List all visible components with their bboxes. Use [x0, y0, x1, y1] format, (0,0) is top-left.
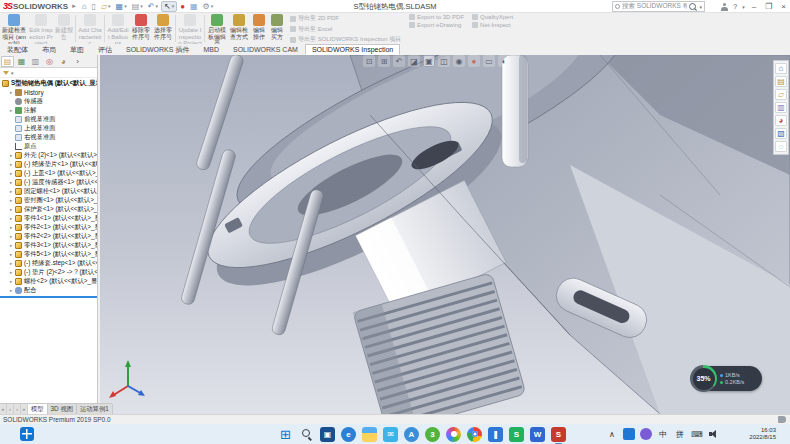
view-settings-icon[interactable]: ◐ — [498, 55, 510, 67]
wps-icon[interactable]: W — [530, 427, 545, 442]
toolbar-flyout-arrow[interactable]: ▸ — [72, 2, 76, 10]
system-app-icon[interactable]: ▣ — [320, 427, 335, 442]
restore-button[interactable]: ❐ — [763, 2, 774, 11]
tree-item-component[interactable]: ▸ 零件2<2> (默认<<默认>_显示状 — [0, 232, 97, 241]
select-balloons-button[interactable]: 选择零件序号 — [152, 13, 174, 44]
tab-evaluate[interactable]: 评估 — [91, 44, 119, 55]
edit-operations-button[interactable]: 编辑操作 — [250, 13, 268, 44]
speed-monitor-widget[interactable]: 35% 1KB/s 0.2KB/s — [692, 366, 762, 391]
view-palette-icon[interactable]: ▥ — [775, 102, 787, 113]
tree-item-component[interactable]: ▸ 零件5<1> (默认<<默认>_显示状态 — [0, 250, 97, 259]
mail-icon[interactable]: ✉ — [383, 427, 398, 442]
close-button[interactable]: × — [779, 2, 788, 11]
tab-sketch[interactable]: 草图 — [63, 44, 91, 55]
add-edit-balloons-button[interactable]: Add/Edit Balloons — [106, 13, 130, 44]
options-gear-icon[interactable]: ⚙ — [201, 1, 216, 12]
model-tab[interactable]: 模型 — [28, 404, 48, 414]
onedrive-icon[interactable] — [623, 428, 635, 440]
apply-scene-icon[interactable]: ▭ — [483, 55, 495, 67]
previous-view-icon[interactable]: ↶ — [393, 55, 405, 67]
export-to-3d-pdf-item[interactable]: Export to 3D PDF — [409, 14, 464, 20]
browser-speed-icon[interactable] — [446, 427, 461, 442]
tree-item-component[interactable]: ▸ (-) 垫片 (2)<2> -> ? (默认<<默认> — [0, 268, 97, 277]
tree-item-component[interactable]: ▸ (-) 绝缘套.step<1> (默认<<默认> — [0, 259, 97, 268]
tree-item-component[interactable]: ▸ 零件3<1> (默认<<默认>_显示状态 — [0, 241, 97, 250]
tree-item-component[interactable]: ▸ (-) 绝缘垫片<1> (默认<<默认>_显 — [0, 160, 97, 169]
touch-keyboard-icon[interactable]: ⌨ — [691, 428, 703, 440]
home-icon[interactable]: ⌂ — [80, 1, 89, 12]
hide-show-items-icon[interactable]: ◉ — [453, 55, 465, 67]
tree-item-component[interactable]: ▸ 保护套<1> (默认<<默认>_显示状 — [0, 205, 97, 214]
edit-customers-button[interactable]: 编辑买方 — [268, 13, 286, 44]
display-style-icon[interactable]: ◫ — [438, 55, 450, 67]
new-report-button[interactable]: 新建报告 — [54, 13, 74, 44]
edit-inspection-project-button[interactable]: Edit Inspection Project — [28, 13, 54, 44]
tree-item-history[interactable]: ▸ History — [0, 88, 97, 97]
taskbar-clock[interactable]: 16:03 2022/8/15 — [749, 427, 776, 441]
remove-balloons-button[interactable]: 移除零件序号 — [130, 13, 152, 44]
tray-chevron-icon[interactable]: ∧ — [606, 428, 618, 440]
edit-inspection-methods-button[interactable]: 编辑检查方式 — [228, 13, 250, 44]
save-icon[interactable]: ▦ — [114, 1, 129, 12]
tab-sw-addins[interactable]: SOLIDWORKS 插件 — [119, 44, 196, 55]
search-caret-icon[interactable]: ▾ — [699, 4, 702, 10]
update-inspection-project-button[interactable]: Update Inspection Project — [177, 13, 203, 44]
open-icon[interactable]: ▱ — [99, 1, 113, 12]
tab-mbd[interactable]: MBD — [196, 44, 226, 55]
start-button[interactable]: ⊞ — [278, 427, 293, 442]
tree-item-component[interactable]: ▸ 零件1<1> (默认<<默认>_显示状态 — [0, 214, 97, 223]
tree-item-mates[interactable]: ▸ 配合 — [0, 286, 97, 295]
solidworks-resources-icon[interactable]: ⌂ — [775, 63, 787, 74]
tab-scroll-button[interactable]: » — [21, 404, 28, 414]
export-excel-item[interactable]: 导出至 Excel — [290, 25, 401, 34]
edge-icon[interactable]: e — [341, 427, 356, 442]
chrome-icon[interactable] — [467, 427, 482, 442]
configurationmanager-tab[interactable]: ▥ — [29, 56, 42, 67]
design-library-icon[interactable]: ▤ — [775, 76, 787, 87]
net-inspect-item[interactable]: Net-Inspect — [472, 22, 513, 28]
3d-views-tab[interactable]: 3D 视图 — [48, 404, 77, 414]
security-shield-icon[interactable] — [640, 428, 652, 440]
panel-tab-overflow[interactable]: › — [71, 56, 84, 67]
help-button[interactable]: ? — [733, 3, 737, 10]
undo-icon[interactable]: ↶ — [146, 1, 160, 12]
browser-360-icon[interactable]: 3 — [425, 427, 440, 442]
tree-filter[interactable]: ▾ — [0, 68, 97, 78]
minimize-button[interactable]: – — [750, 2, 758, 11]
section-view-icon[interactable]: ◪ — [408, 55, 420, 67]
file-explorer-icon[interactable]: ▱ — [775, 89, 787, 100]
tree-item-component[interactable]: ▸ 密封圈<1> (默认<<默认>_显示状 — [0, 196, 97, 205]
print-icon[interactable]: ▤ — [130, 1, 145, 12]
tab-assembly[interactable]: 装配体 — [0, 44, 35, 55]
tree-item-component[interactable]: ▸ 外壳 (2)<1> (默认<<默认>_显示状 — [0, 151, 97, 160]
tab-scroll-button[interactable]: › — [14, 404, 21, 414]
tree-item-component[interactable]: ▸ 零件2<1> (默认<<默认>_显示状 — [0, 223, 97, 232]
tab-sw-inspection[interactable]: SOLIDWORKS Inspection — [305, 44, 400, 55]
motion-study-tab[interactable]: 运动算例1 — [77, 404, 113, 414]
custom-status-icon[interactable] — [778, 416, 786, 423]
tree-root-assembly[interactable]: S型铂铑热电偶 (默认<默认_显示状态-1 — [0, 79, 97, 88]
tree-item-origin[interactable]: ▸ 原点 — [0, 142, 97, 151]
tab-scroll-button[interactable]: ‹ — [7, 404, 14, 414]
app-a-icon[interactable]: A — [404, 427, 419, 442]
new-document-icon[interactable]: ▯ — [89, 1, 97, 12]
tree-item-front-plane[interactable]: ▸ 前视基准面 — [0, 115, 97, 124]
select-icon[interactable]: ↖ — [161, 1, 177, 12]
export-2d-pdf-item[interactable]: 导出至 2D PDF — [290, 14, 401, 23]
tab-layout[interactable]: 布局 — [35, 44, 63, 55]
solidworks-app-icon[interactable]: S — [551, 427, 566, 442]
view-orientation-icon[interactable]: ▣ — [423, 55, 435, 67]
qualityxpert-item[interactable]: QualityXpert — [472, 14, 513, 20]
tab-scroll-button[interactable]: « — [0, 404, 7, 414]
tree-item-right-plane[interactable]: ▸ 右视基准面 — [0, 133, 97, 142]
phone-app-icon[interactable]: ❚ — [488, 427, 503, 442]
forum-icon[interactable]: ◌ — [775, 141, 787, 152]
tree-item-component[interactable]: ▸ 螺栓<2> (默认<<默认>_显示状态 — [0, 277, 97, 286]
ime-mode-indicator[interactable]: 拼 — [674, 428, 686, 440]
tree-item-sensors[interactable]: ▸ 传感器 — [0, 97, 97, 106]
graphics-viewport[interactable]: ⊡⊞↶◪▣◫◉●▭◐ ⌂▤▱▥◕▧◌ 35% 1KB/s 0.2KB/s — [100, 55, 790, 414]
ime-lang-indicator[interactable]: 中 — [657, 428, 669, 440]
tree-item-top-plane[interactable]: ▸ 上视基准面 — [0, 124, 97, 133]
dimxpertmanager-tab[interactable]: ◎ — [43, 56, 56, 67]
displaymanager-tab[interactable]: ◕ — [57, 56, 70, 67]
